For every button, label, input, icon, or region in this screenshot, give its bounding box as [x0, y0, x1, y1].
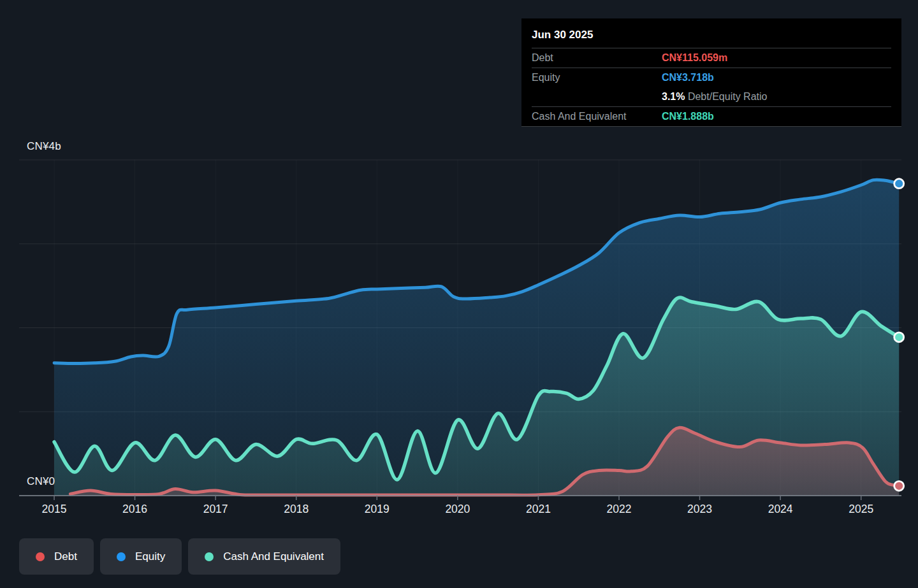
- legend-cash-label: Cash And Equivalent: [223, 550, 324, 563]
- tooltip-row-debt: Debt CN¥115.059m: [532, 48, 891, 68]
- tooltip-row-equity: Equity CN¥3.718b: [532, 68, 891, 87]
- tooltip-row-ratio: 3.1% Debt/Equity Ratio: [532, 87, 891, 106]
- equity-dot-icon: [117, 552, 126, 561]
- x-axis-label-2025: 2025: [849, 503, 873, 516]
- tooltip-equity-value: CN¥3.718b: [662, 72, 714, 83]
- chart-tooltip: Jun 30 2025 Debt CN¥115.059m Equity CN¥3…: [521, 18, 901, 127]
- tooltip-debt-value: CN¥115.059m: [662, 52, 727, 64]
- tooltip-row-cash: Cash And Equivalent CN¥1.888b: [532, 106, 891, 126]
- legend-item-debt[interactable]: Debt: [19, 538, 94, 575]
- tooltip-equity-label: Equity: [532, 72, 662, 83]
- legend-debt-label: Debt: [54, 550, 77, 563]
- x-axis-label-2023: 2023: [687, 503, 712, 516]
- x-axis-label-2017: 2017: [203, 503, 228, 516]
- tooltip-cash-value: CN¥1.888b: [662, 111, 714, 122]
- tooltip-debt-label: Debt: [532, 52, 662, 64]
- x-axis-label-2018: 2018: [284, 503, 309, 516]
- y-axis-label-zero: CN¥0: [27, 475, 55, 488]
- x-axis-label-2024: 2024: [768, 503, 793, 516]
- legend-item-equity[interactable]: Equity: [100, 538, 182, 575]
- legend-item-cash[interactable]: Cash And Equivalent: [188, 538, 340, 575]
- y-axis-label-max: CN¥4b: [27, 140, 61, 153]
- tooltip-cash-label: Cash And Equivalent: [532, 111, 662, 122]
- x-axis: 2015201620172018201920202021202220232024…: [0, 503, 918, 519]
- x-axis-label-2021: 2021: [526, 503, 551, 516]
- legend-equity-label: Equity: [135, 550, 165, 563]
- cash-dot-icon: [205, 552, 214, 561]
- tooltip-ratio-value: 3.1%: [662, 91, 685, 102]
- tooltip-date: Jun 30 2025: [532, 26, 891, 48]
- tooltip-ratio-label: Debt/Equity Ratio: [685, 91, 767, 102]
- x-axis-label-2016: 2016: [122, 503, 147, 516]
- x-axis-label-2022: 2022: [607, 503, 632, 516]
- x-axis-label-2015: 2015: [42, 503, 67, 516]
- x-axis-label-2019: 2019: [365, 503, 390, 516]
- debt-dot-icon: [36, 552, 45, 561]
- x-axis-label-2020: 2020: [445, 503, 470, 516]
- chart-legend: Debt Equity Cash And Equivalent: [19, 538, 340, 575]
